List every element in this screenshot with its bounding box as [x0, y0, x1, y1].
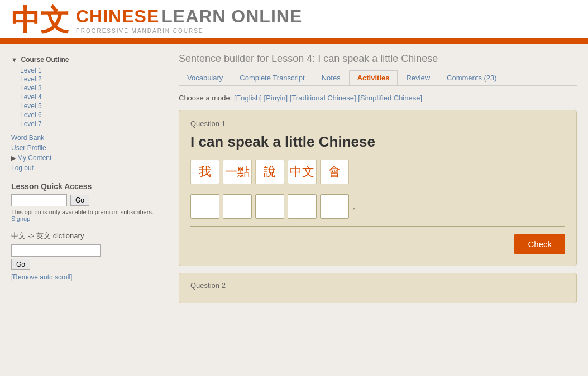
- lesson-quick-access: Lesson Quick Access Go This option is on…: [11, 182, 156, 222]
- sidebar-item-logout[interactable]: Log out: [11, 163, 156, 173]
- tab-activities[interactable]: Activities: [349, 70, 398, 85]
- answer-row: 。: [190, 194, 565, 219]
- mode-simplified[interactable]: [Simplified Chinese]: [358, 94, 422, 102]
- question-1-card: Question 1 I can speak a little Chinese …: [179, 110, 577, 266]
- premium-text: This option is only available to premium…: [11, 209, 154, 215]
- tabs: Vocabulary Complete Transcript Notes Act…: [179, 70, 577, 86]
- level-list: Level 1 Level 2 Level 3 Level 4 Level 5 …: [11, 66, 156, 128]
- tab-notes[interactable]: Notes: [313, 70, 349, 85]
- signup-link[interactable]: Signup: [11, 215, 30, 222]
- dict-input[interactable]: [11, 244, 101, 257]
- sidebar-item-mycontent[interactable]: My Content: [17, 153, 51, 163]
- main-layout: ▼ Course Outline Level 1 Level 2 Level 3…: [0, 44, 588, 356]
- question-1-label: Question 1: [190, 119, 565, 128]
- sidebar-item-userprofile[interactable]: User Profile: [11, 143, 156, 153]
- sidebar-item-level4[interactable]: Level 4: [11, 93, 156, 102]
- mode-english[interactable]: [English]: [234, 94, 262, 102]
- answer-box-0[interactable]: [190, 194, 219, 219]
- premium-note: This option is only available to premium…: [11, 209, 156, 222]
- tab-complete-transcript[interactable]: Complete Transcript: [231, 70, 313, 85]
- check-row: Check: [190, 234, 565, 254]
- question-1-english: I can speak a little Chinese: [190, 133, 565, 151]
- sidebar-item-level2[interactable]: Level 2: [11, 75, 156, 84]
- page-title: Sentence builder for Lesson 4: I can spe…: [179, 53, 577, 65]
- my-content-arrow: ▶: [11, 155, 16, 162]
- tab-review[interactable]: Review: [398, 70, 438, 85]
- remove-scroll-link[interactable]: [Remove auto scroll]: [11, 273, 156, 281]
- tab-vocabulary[interactable]: Vocabulary: [179, 70, 231, 85]
- mode-pinyin[interactable]: [Pinyin]: [264, 94, 288, 102]
- course-outline-group: ▼ Course Outline: [11, 55, 156, 64]
- dictionary-title: 中文 -> 英文 dictionary: [11, 231, 156, 241]
- quick-access-go-button[interactable]: Go: [70, 195, 89, 206]
- header: 中文 CHINESE LEARN ONLINE PROGRESSIVE MAND…: [0, 0, 588, 41]
- char-tile-0[interactable]: 我: [190, 160, 219, 184]
- sidebar-item-level3[interactable]: Level 3: [11, 84, 156, 93]
- lesson-quick-access-title: Lesson Quick Access: [11, 182, 156, 191]
- logo-chinese-word: CHINESE: [76, 6, 159, 27]
- course-outline-arrow: ▼: [11, 56, 17, 63]
- char-tile-3[interactable]: 中文: [288, 160, 317, 184]
- content-area: Sentence builder for Lesson 4: I can spe…: [168, 44, 588, 356]
- char-tiles: 我 一點 說 中文 會: [190, 160, 565, 184]
- tab-comments[interactable]: Comments (23): [438, 70, 505, 85]
- check-button[interactable]: Check: [514, 234, 565, 254]
- divider-line: [190, 226, 565, 227]
- dict-go-button[interactable]: Go: [11, 259, 30, 270]
- answer-box-3[interactable]: [288, 194, 317, 219]
- dictionary-section: 中文 -> 英文 dictionary Go [Remove auto scro…: [11, 231, 156, 281]
- mode-traditional[interactable]: [Traditional Chinese]: [290, 94, 356, 102]
- dict-title-text: 中文 -> 英文 dictionary: [11, 232, 84, 240]
- sidebar-item-level7[interactable]: Level 7: [11, 119, 156, 128]
- logo-subtitle: PROGRESSIVE MANDARIN COURSE: [76, 28, 302, 34]
- sidebar-item-level5[interactable]: Level 5: [11, 102, 156, 110]
- mode-label: Choose a mode:: [179, 94, 232, 102]
- sidebar-item-level1[interactable]: Level 1: [11, 66, 156, 75]
- quick-access-row: Go: [11, 194, 156, 206]
- char-tile-4[interactable]: 會: [320, 160, 349, 184]
- answer-box-2[interactable]: [255, 194, 284, 219]
- sidebar-item-wordbank[interactable]: Word Bank: [11, 133, 156, 143]
- course-outline-label[interactable]: Course Outline: [21, 56, 69, 64]
- char-tile-2[interactable]: 說: [255, 160, 284, 184]
- answer-box-1[interactable]: [223, 194, 252, 219]
- char-tile-1[interactable]: 一點: [223, 160, 252, 184]
- question-2-card: Question 2: [179, 273, 577, 303]
- logo-chinese-char: 中文: [11, 6, 69, 35]
- sidebar-item-level6[interactable]: Level 6: [11, 110, 156, 119]
- logo-learn-online: LEARN ONLINE: [161, 6, 302, 27]
- answer-box-4[interactable]: [320, 194, 349, 219]
- quick-access-input[interactable]: [11, 194, 67, 206]
- logo-title: CHINESE LEARN ONLINE: [76, 6, 302, 27]
- sidebar: ▼ Course Outline Level 1 Level 2 Level 3…: [0, 44, 168, 356]
- mode-line: Choose a mode: [English] [Pinyin] [Tradi…: [179, 94, 577, 102]
- question-2-label: Question 2: [190, 281, 565, 290]
- logo-text-block: CHINESE LEARN ONLINE PROGRESSIVE MANDARI…: [76, 6, 302, 34]
- answer-period: 。: [352, 201, 361, 213]
